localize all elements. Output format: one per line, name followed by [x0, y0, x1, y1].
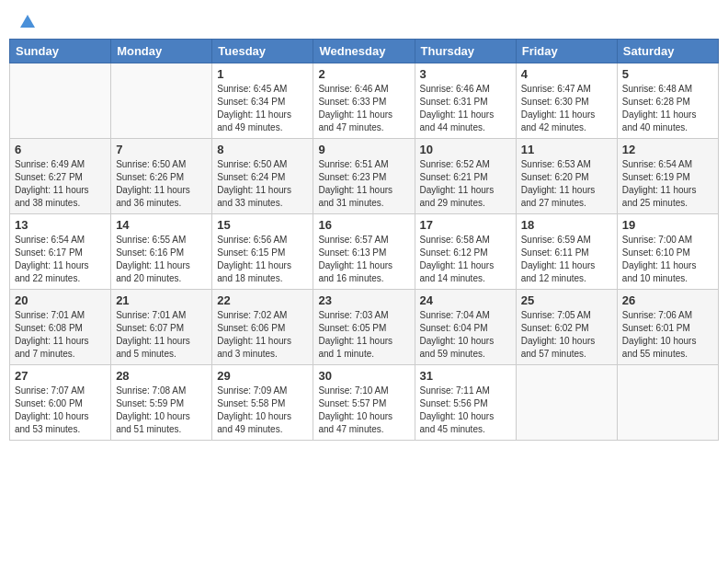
calendar-cell: 27Sunrise: 7:07 AM Sunset: 6:00 PM Dayli…	[10, 365, 111, 441]
calendar-week-row: 1Sunrise: 6:45 AM Sunset: 6:34 PM Daylig…	[10, 63, 719, 139]
day-number: 29	[217, 369, 308, 383]
day-info: Sunrise: 6:57 AM Sunset: 6:13 PM Dayligh…	[318, 234, 409, 285]
day-number: 6	[15, 143, 106, 156]
day-number: 20	[15, 293, 106, 307]
day-info: Sunrise: 6:59 AM Sunset: 6:11 PM Dayligh…	[521, 234, 612, 285]
day-info: Sunrise: 6:50 AM Sunset: 6:26 PM Dayligh…	[116, 158, 207, 210]
calendar-cell: 24Sunrise: 7:04 AM Sunset: 6:04 PM Dayli…	[415, 290, 516, 365]
calendar-cell: 18Sunrise: 6:59 AM Sunset: 6:11 PM Dayli…	[516, 214, 617, 290]
calendar-cell: 2Sunrise: 6:46 AM Sunset: 6:33 PM Daylig…	[313, 63, 415, 139]
day-info: Sunrise: 6:49 AM Sunset: 6:27 PM Dayligh…	[15, 158, 106, 210]
day-number: 15	[217, 218, 308, 232]
day-number: 21	[116, 293, 207, 307]
day-of-week-header: Thursday	[415, 40, 516, 63]
calendar-cell: 11Sunrise: 6:53 AM Sunset: 6:20 PM Dayli…	[516, 139, 617, 214]
day-of-week-header: Sunday	[10, 40, 111, 63]
calendar-cell: 1Sunrise: 6:45 AM Sunset: 6:34 PM Daylig…	[212, 63, 313, 139]
day-info: Sunrise: 6:54 AM Sunset: 6:19 PM Dayligh…	[622, 158, 713, 210]
day-number: 13	[15, 218, 106, 232]
calendar-cell: 28Sunrise: 7:08 AM Sunset: 5:59 PM Dayli…	[111, 365, 212, 441]
calendar-week-row: 13Sunrise: 6:54 AM Sunset: 6:17 PM Dayli…	[10, 214, 719, 290]
calendar-cell	[10, 63, 111, 139]
day-number: 18	[521, 218, 612, 232]
day-info: Sunrise: 6:53 AM Sunset: 6:20 PM Dayligh…	[521, 158, 612, 210]
day-info: Sunrise: 6:56 AM Sunset: 6:15 PM Dayligh…	[217, 234, 308, 285]
day-info: Sunrise: 6:58 AM Sunset: 6:12 PM Dayligh…	[420, 234, 511, 285]
day-number: 8	[217, 143, 308, 156]
day-info: Sunrise: 6:50 AM Sunset: 6:24 PM Dayligh…	[217, 158, 308, 210]
day-info: Sunrise: 7:08 AM Sunset: 5:59 PM Dayligh…	[116, 385, 207, 436]
logo	[17, 13, 37, 28]
day-info: Sunrise: 7:06 AM Sunset: 6:01 PM Dayligh…	[622, 309, 713, 361]
day-number: 27	[15, 369, 106, 383]
day-info: Sunrise: 6:48 AM Sunset: 6:28 PM Dayligh…	[622, 83, 713, 134]
calendar-cell: 13Sunrise: 6:54 AM Sunset: 6:17 PM Dayli…	[10, 214, 111, 290]
day-number: 14	[116, 218, 207, 232]
calendar-cell: 23Sunrise: 7:03 AM Sunset: 6:05 PM Dayli…	[313, 290, 415, 365]
calendar-cell: 7Sunrise: 6:50 AM Sunset: 6:26 PM Daylig…	[111, 139, 212, 214]
calendar-cell	[111, 63, 212, 139]
calendar-cell: 3Sunrise: 6:46 AM Sunset: 6:31 PM Daylig…	[415, 63, 516, 139]
calendar-cell: 6Sunrise: 6:49 AM Sunset: 6:27 PM Daylig…	[10, 139, 111, 214]
day-info: Sunrise: 6:47 AM Sunset: 6:30 PM Dayligh…	[521, 83, 612, 134]
day-number: 3	[420, 67, 511, 81]
day-info: Sunrise: 6:51 AM Sunset: 6:23 PM Dayligh…	[318, 158, 409, 210]
calendar-cell: 14Sunrise: 6:55 AM Sunset: 6:16 PM Dayli…	[111, 214, 212, 290]
calendar-cell: 29Sunrise: 7:09 AM Sunset: 5:58 PM Dayli…	[212, 365, 313, 441]
day-number: 11	[521, 143, 612, 156]
calendar-cell: 8Sunrise: 6:50 AM Sunset: 6:24 PM Daylig…	[212, 139, 313, 214]
calendar-cell	[516, 365, 617, 441]
day-number: 1	[217, 67, 308, 81]
day-number: 16	[318, 218, 409, 232]
calendar-cell: 10Sunrise: 6:52 AM Sunset: 6:21 PM Dayli…	[415, 139, 516, 214]
day-info: Sunrise: 6:46 AM Sunset: 6:33 PM Dayligh…	[318, 83, 409, 134]
calendar-cell: 16Sunrise: 6:57 AM Sunset: 6:13 PM Dayli…	[313, 214, 415, 290]
calendar-cell: 22Sunrise: 7:02 AM Sunset: 6:06 PM Dayli…	[212, 290, 313, 365]
day-info: Sunrise: 7:01 AM Sunset: 6:07 PM Dayligh…	[116, 309, 207, 361]
day-number: 5	[622, 67, 713, 81]
day-info: Sunrise: 7:10 AM Sunset: 5:57 PM Dayligh…	[318, 385, 409, 436]
calendar-week-row: 27Sunrise: 7:07 AM Sunset: 6:00 PM Dayli…	[10, 365, 719, 441]
calendar-cell: 15Sunrise: 6:56 AM Sunset: 6:15 PM Dayli…	[212, 214, 313, 290]
day-number: 26	[622, 293, 713, 307]
calendar-cell: 17Sunrise: 6:58 AM Sunset: 6:12 PM Dayli…	[415, 214, 516, 290]
calendar-week-row: 6Sunrise: 6:49 AM Sunset: 6:27 PM Daylig…	[10, 139, 719, 214]
day-info: Sunrise: 7:00 AM Sunset: 6:10 PM Dayligh…	[622, 234, 713, 285]
day-number: 2	[318, 67, 409, 81]
logo-icon	[18, 13, 37, 31]
day-number: 25	[521, 293, 612, 307]
day-info: Sunrise: 7:11 AM Sunset: 5:56 PM Dayligh…	[420, 385, 511, 436]
day-number: 17	[420, 218, 511, 232]
svg-marker-0	[20, 15, 35, 28]
day-info: Sunrise: 7:03 AM Sunset: 6:05 PM Dayligh…	[318, 309, 409, 361]
calendar-cell: 9Sunrise: 6:51 AM Sunset: 6:23 PM Daylig…	[313, 139, 415, 214]
calendar-cell: 12Sunrise: 6:54 AM Sunset: 6:19 PM Dayli…	[617, 139, 718, 214]
calendar-cell: 20Sunrise: 7:01 AM Sunset: 6:08 PM Dayli…	[10, 290, 111, 365]
day-of-week-header: Saturday	[617, 40, 718, 63]
page-header	[9, 9, 719, 31]
day-info: Sunrise: 6:54 AM Sunset: 6:17 PM Dayligh…	[15, 234, 106, 285]
calendar-header-row: SundayMondayTuesdayWednesdayThursdayFrid…	[10, 40, 719, 63]
day-number: 7	[116, 143, 207, 156]
day-info: Sunrise: 7:07 AM Sunset: 6:00 PM Dayligh…	[15, 385, 106, 436]
day-number: 31	[420, 369, 511, 383]
calendar-cell: 5Sunrise: 6:48 AM Sunset: 6:28 PM Daylig…	[617, 63, 718, 139]
day-info: Sunrise: 7:01 AM Sunset: 6:08 PM Dayligh…	[15, 309, 106, 361]
calendar-week-row: 20Sunrise: 7:01 AM Sunset: 6:08 PM Dayli…	[10, 290, 719, 365]
day-info: Sunrise: 7:04 AM Sunset: 6:04 PM Dayligh…	[420, 309, 511, 361]
calendar-cell: 4Sunrise: 6:47 AM Sunset: 6:30 PM Daylig…	[516, 63, 617, 139]
calendar-cell: 30Sunrise: 7:10 AM Sunset: 5:57 PM Dayli…	[313, 365, 415, 441]
day-number: 23	[318, 293, 409, 307]
day-of-week-header: Wednesday	[313, 40, 415, 63]
calendar-cell: 25Sunrise: 7:05 AM Sunset: 6:02 PM Dayli…	[516, 290, 617, 365]
day-info: Sunrise: 6:45 AM Sunset: 6:34 PM Dayligh…	[217, 83, 308, 134]
day-number: 10	[420, 143, 511, 156]
calendar-cell	[617, 365, 718, 441]
day-info: Sunrise: 6:46 AM Sunset: 6:31 PM Dayligh…	[420, 83, 511, 134]
day-number: 30	[318, 369, 409, 383]
day-number: 4	[521, 67, 612, 81]
day-number: 19	[622, 218, 713, 232]
day-info: Sunrise: 7:09 AM Sunset: 5:58 PM Dayligh…	[217, 385, 308, 436]
day-info: Sunrise: 6:52 AM Sunset: 6:21 PM Dayligh…	[420, 158, 511, 210]
calendar-cell: 21Sunrise: 7:01 AM Sunset: 6:07 PM Dayli…	[111, 290, 212, 365]
